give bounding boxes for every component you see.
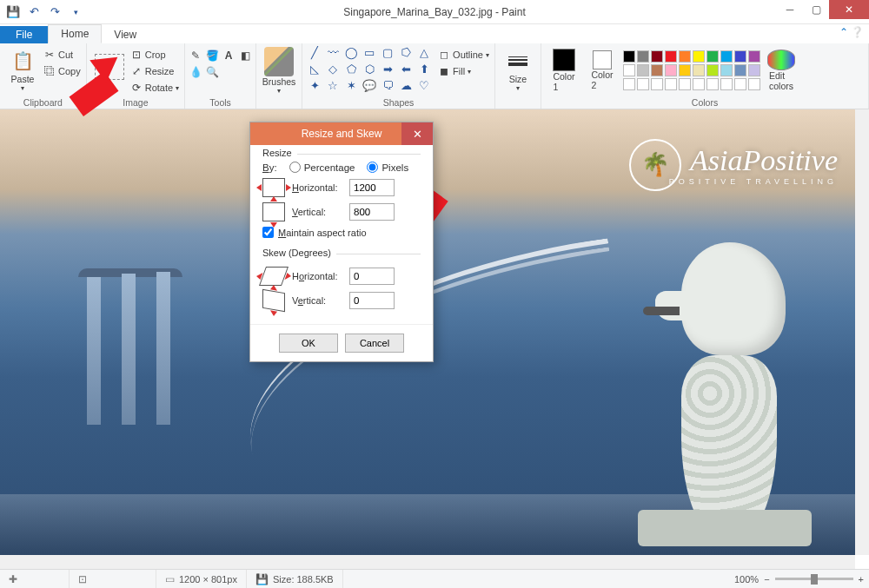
eyedropper-tool-icon[interactable]: 💧 bbox=[189, 65, 202, 79]
palette-color[interactable] bbox=[720, 78, 733, 90]
palette-color[interactable] bbox=[693, 78, 705, 90]
vertical-skew-icon bbox=[262, 289, 285, 313]
zoom-slider[interactable] bbox=[775, 578, 853, 580]
dialog-titlebar[interactable]: Resize and Skew ✕ bbox=[250, 122, 433, 145]
text-tool-icon[interactable]: A bbox=[222, 49, 235, 63]
palette-color[interactable] bbox=[665, 78, 677, 90]
ribbon-help-icon[interactable]: ⌃ ❔ bbox=[839, 26, 864, 38]
palette-color[interactable] bbox=[623, 78, 635, 90]
palette-color[interactable] bbox=[623, 64, 635, 76]
callout-shape-icon[interactable]: 💬 bbox=[362, 78, 376, 92]
arrow-right-shape-icon[interactable]: ➡ bbox=[381, 62, 395, 76]
dialog-close-button[interactable]: ✕ bbox=[401, 122, 433, 145]
palette-color[interactable] bbox=[651, 50, 663, 63]
palette-color[interactable] bbox=[734, 50, 746, 63]
fill-tool-icon[interactable]: 🪣 bbox=[205, 49, 219, 63]
palette-color[interactable] bbox=[748, 64, 760, 76]
skew-vertical-input[interactable] bbox=[349, 292, 395, 309]
shape-fill-button[interactable]: ◼Fill▾ bbox=[438, 63, 489, 79]
shape-outline-button[interactable]: ◻Outline▾ bbox=[438, 47, 489, 63]
edit-colors-button[interactable]: Edit colors bbox=[764, 45, 799, 96]
palette-color[interactable] bbox=[693, 50, 705, 63]
palette-color[interactable] bbox=[679, 64, 691, 76]
oval-shape-icon[interactable]: ◯ bbox=[344, 45, 358, 59]
pencil-tool-icon[interactable]: ✎ bbox=[189, 49, 202, 63]
color1-button[interactable]: Color 1 bbox=[547, 45, 581, 96]
size-button[interactable]: Size ▾ bbox=[501, 45, 535, 96]
pentagon-shape-icon[interactable]: ⬠ bbox=[344, 62, 358, 76]
cloud-shape-icon[interactable]: ☁ bbox=[399, 78, 413, 92]
palette-color[interactable] bbox=[637, 78, 649, 90]
palette-color[interactable] bbox=[651, 64, 663, 76]
palette-color[interactable] bbox=[679, 50, 691, 63]
arrow-up-shape-icon[interactable]: ⬆ bbox=[417, 62, 431, 76]
palette-color[interactable] bbox=[748, 50, 760, 63]
palette-color[interactable] bbox=[693, 64, 705, 76]
ok-button[interactable]: OK bbox=[279, 334, 338, 353]
resize-button[interactable]: ⤢Resize bbox=[130, 63, 179, 79]
palette-color[interactable] bbox=[637, 64, 649, 76]
color2-button[interactable]: Color 2 bbox=[585, 45, 620, 96]
palette-color[interactable] bbox=[637, 50, 649, 63]
palette-color[interactable] bbox=[665, 64, 677, 76]
minimize-button[interactable]: ─ bbox=[777, 0, 803, 19]
star4-shape-icon[interactable]: ✦ bbox=[308, 78, 322, 92]
right-triangle-shape-icon[interactable]: ◺ bbox=[308, 62, 322, 76]
palette-color[interactable] bbox=[706, 64, 719, 76]
maximize-button[interactable]: ▢ bbox=[803, 0, 829, 19]
zoom-in-button[interactable]: + bbox=[859, 574, 864, 585]
qat-customize-icon[interactable]: ▾ bbox=[66, 3, 85, 22]
hexagon-shape-icon[interactable]: ⬡ bbox=[362, 62, 376, 76]
heart-shape-icon[interactable]: ♡ bbox=[417, 78, 431, 92]
tab-home[interactable]: Home bbox=[48, 24, 102, 43]
close-button[interactable]: ✕ bbox=[829, 0, 869, 19]
skew-horizontal-input[interactable] bbox=[349, 268, 395, 285]
callout2-shape-icon[interactable]: 🗨 bbox=[381, 78, 395, 92]
palette-color[interactable] bbox=[734, 78, 746, 90]
cut-button[interactable]: ✂Cut bbox=[43, 47, 81, 63]
magnifier-tool-icon[interactable]: 🔍 bbox=[205, 65, 219, 79]
pixels-radio[interactable]: Pixels bbox=[367, 162, 408, 173]
vertical-scrollbar[interactable] bbox=[855, 109, 869, 555]
copy-button[interactable]: ⿻Copy bbox=[43, 63, 81, 79]
tab-file[interactable]: File bbox=[0, 26, 48, 43]
rotate-button[interactable]: ⟳Rotate▾ bbox=[130, 80, 179, 96]
palette-color[interactable] bbox=[706, 50, 719, 63]
brushes-button[interactable]: Brushes ▾ bbox=[262, 45, 296, 96]
eraser-tool-icon[interactable]: ◧ bbox=[238, 49, 252, 63]
diamond-shape-icon[interactable]: ◇ bbox=[326, 62, 340, 76]
arrow-left-shape-icon[interactable]: ⬅ bbox=[399, 62, 413, 76]
resize-horizontal-input[interactable] bbox=[349, 179, 395, 196]
shapes-gallery[interactable]: ╱ 〰 ◯ ▭ ▢ ⭔ △ ◺ ◇ ⬠ ⬡ ➡ ⬅ ⬆ ✦ ☆ ✶ 💬 🗨 ☁ bbox=[308, 45, 431, 92]
cancel-button[interactable]: Cancel bbox=[345, 334, 404, 353]
palette-color[interactable] bbox=[720, 64, 733, 76]
palette-color[interactable] bbox=[623, 50, 635, 63]
palette-color[interactable] bbox=[720, 50, 733, 63]
rect-shape-icon[interactable]: ▭ bbox=[362, 45, 376, 59]
star6-shape-icon[interactable]: ✶ bbox=[344, 78, 358, 92]
roundrect-shape-icon[interactable]: ▢ bbox=[381, 45, 395, 59]
percentage-radio[interactable]: Percentage bbox=[289, 162, 355, 173]
maintain-aspect-checkbox[interactable]: Maintain aspect ratio bbox=[262, 227, 421, 238]
line-shape-icon[interactable]: ╱ bbox=[308, 45, 322, 59]
select-button[interactable]: Select ▾ bbox=[92, 45, 127, 96]
undo-icon[interactable]: ↶ bbox=[24, 3, 43, 22]
crop-button[interactable]: ⊡Crop bbox=[130, 47, 179, 63]
zoom-out-button[interactable]: − bbox=[764, 574, 769, 585]
tab-view[interactable]: View bbox=[102, 26, 149, 43]
palette-color[interactable] bbox=[734, 64, 746, 76]
palette-color[interactable] bbox=[748, 78, 760, 90]
curve-shape-icon[interactable]: 〰 bbox=[326, 45, 340, 59]
horizontal-scrollbar[interactable] bbox=[0, 555, 855, 569]
palette-color[interactable] bbox=[679, 78, 691, 90]
star5-shape-icon[interactable]: ☆ bbox=[326, 78, 340, 92]
palette-color[interactable] bbox=[706, 78, 719, 90]
polygon-shape-icon[interactable]: ⭔ bbox=[399, 45, 413, 59]
triangle-shape-icon[interactable]: △ bbox=[417, 45, 431, 59]
paste-button[interactable]: 📋 Paste ▾ bbox=[5, 45, 40, 96]
redo-icon[interactable]: ↷ bbox=[45, 3, 64, 22]
palette-color[interactable] bbox=[665, 50, 677, 63]
palette-color[interactable] bbox=[651, 78, 663, 90]
save-icon[interactable]: 💾 bbox=[3, 3, 23, 22]
resize-vertical-input[interactable] bbox=[349, 203, 395, 221]
